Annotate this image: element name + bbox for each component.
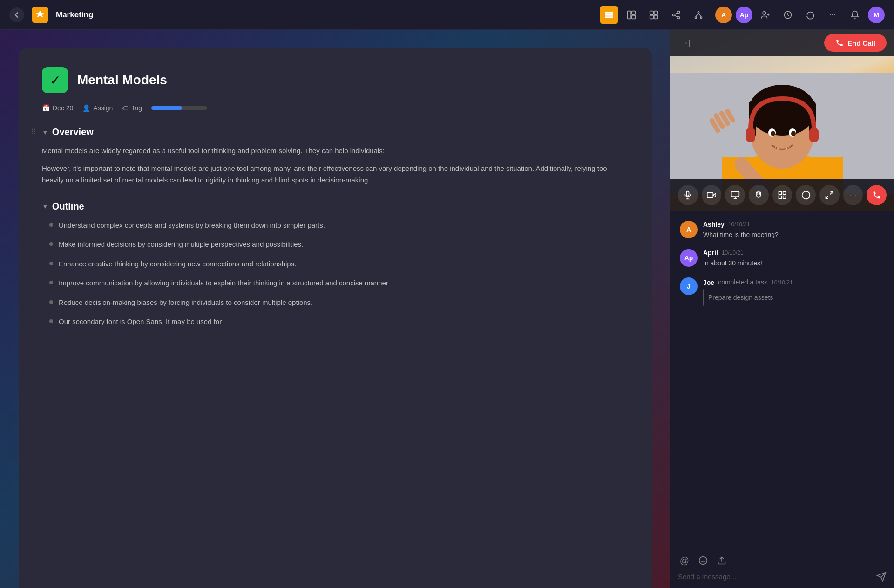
outline-item-4: Improve communication by allowing indivi… bbox=[49, 277, 629, 289]
svg-point-16 bbox=[695, 17, 697, 18]
mic-button[interactable] bbox=[678, 185, 698, 205]
hangup-button[interactable] bbox=[867, 185, 887, 205]
chat-msg-content-3: Joe completed a task 10/10/21 Prepare de… bbox=[703, 277, 885, 306]
svg-rect-46 bbox=[687, 191, 689, 196]
svg-rect-7 bbox=[654, 11, 658, 14]
outline-toggle[interactable]: ▼ bbox=[42, 203, 48, 210]
doc-panel: ✓ Mental Models 📅 Dec 20 👤 Assign 🏷 Tag bbox=[0, 30, 670, 588]
chat-msg-time-1: 10/10/21 bbox=[728, 221, 750, 228]
doc-card: ✓ Mental Models 📅 Dec 20 👤 Assign 🏷 Tag bbox=[19, 48, 652, 588]
svg-rect-6 bbox=[650, 11, 654, 14]
svg-rect-54 bbox=[783, 192, 786, 195]
svg-rect-50 bbox=[731, 192, 739, 197]
doc-date[interactable]: 📅 Dec 20 bbox=[42, 104, 73, 112]
chat-message-3: J Joe completed a task 10/10/21 Prepare … bbox=[680, 277, 885, 306]
chat-msg-time-2: 10/10/21 bbox=[722, 250, 744, 256]
svg-rect-56 bbox=[783, 196, 786, 199]
chat-msg-header-1: Ashley 10/10/21 bbox=[703, 221, 885, 228]
timer-button[interactable] bbox=[779, 6, 797, 24]
tool-share-btn[interactable] bbox=[667, 6, 685, 24]
outline-section: ▼ Outline Understand complex concepts an… bbox=[42, 201, 629, 328]
svg-rect-0 bbox=[605, 12, 613, 13]
svg-point-60 bbox=[699, 557, 707, 565]
app-logo bbox=[32, 7, 48, 23]
svg-point-11 bbox=[673, 14, 675, 16]
back-button[interactable] bbox=[9, 7, 24, 22]
add-user-button[interactable] bbox=[756, 6, 775, 24]
outline-title: Outline bbox=[52, 201, 84, 212]
chat-area: A Ashley 10/10/21 What time is the meeti… bbox=[670, 211, 894, 588]
svg-point-20 bbox=[763, 11, 766, 14]
collapse-panel-button[interactable]: →| bbox=[678, 35, 693, 50]
overview-p1: Mental models are widely regarded as a u… bbox=[42, 145, 629, 157]
svg-rect-49 bbox=[707, 192, 713, 198]
sync-button[interactable] bbox=[801, 6, 820, 24]
grid-view-button[interactable] bbox=[772, 185, 792, 205]
outline-section-header: ▼ Outline bbox=[42, 201, 629, 212]
svg-point-31 bbox=[749, 85, 816, 136]
chat-msg-time-3: 10/10/21 bbox=[771, 279, 793, 286]
doc-title: Mental Models bbox=[77, 73, 167, 88]
chat-messages: A Ashley 10/10/21 What time is the meeti… bbox=[670, 211, 894, 548]
camera-button[interactable] bbox=[702, 185, 722, 205]
outline-item-6: Our secondary font is Open Sans. It may … bbox=[49, 316, 629, 328]
doc-tag[interactable]: 🏷 Tag bbox=[122, 104, 142, 112]
video-top-bar: →| End Call bbox=[670, 30, 894, 56]
svg-point-17 bbox=[700, 17, 702, 18]
raise-hand-button[interactable] bbox=[749, 185, 769, 205]
doc-assign[interactable]: 👤 Assign bbox=[82, 104, 113, 112]
chat-msg-header-2: April 10/10/21 bbox=[703, 249, 885, 257]
video-call-area: →| End Call bbox=[670, 30, 894, 211]
bullet-dot-6 bbox=[49, 319, 53, 323]
task-reference: Prepare design assets bbox=[703, 289, 885, 306]
overview-title: Overview bbox=[52, 127, 94, 137]
chat-message-1: A Ashley 10/10/21 What time is the meeti… bbox=[680, 221, 885, 240]
svg-point-12 bbox=[677, 16, 680, 19]
emoji-button[interactable] bbox=[697, 554, 710, 567]
overview-p2: However, it's important to note that men… bbox=[42, 162, 629, 186]
chat-message-input[interactable] bbox=[678, 571, 873, 582]
bullet-dot-1 bbox=[49, 223, 53, 227]
chat-msg-text-1: What time is the meeting? bbox=[703, 230, 885, 240]
outline-item-5: Reduce decision-making biases by forcing… bbox=[49, 297, 629, 309]
bullet-dot-4 bbox=[49, 281, 53, 284]
user-icon: 👤 bbox=[82, 104, 90, 112]
user-avatar[interactable]: M bbox=[868, 7, 885, 23]
overview-section-header: ⠿ ▼ Overview bbox=[42, 127, 629, 137]
svg-rect-1 bbox=[605, 14, 613, 15]
svg-point-36 bbox=[771, 131, 775, 136]
doc-header: ✓ Mental Models bbox=[42, 67, 629, 93]
tool-network-btn[interactable] bbox=[689, 6, 708, 24]
effects-button[interactable] bbox=[796, 185, 816, 205]
mention-button[interactable]: @ bbox=[678, 554, 691, 567]
avatar-april: Ap bbox=[736, 7, 752, 23]
calendar-icon: 📅 bbox=[42, 104, 50, 112]
svg-rect-39 bbox=[809, 128, 819, 142]
chat-msg-header-3: Joe completed a task 10/10/21 bbox=[703, 277, 885, 287]
fullscreen-button[interactable] bbox=[820, 185, 840, 205]
chat-msg-content-2: April 10/10/21 In about 30 minutes! bbox=[703, 249, 885, 268]
tool-grid-btn[interactable] bbox=[644, 6, 663, 24]
overview-toggle[interactable]: ▼ bbox=[42, 128, 48, 136]
video-more-button[interactable]: ··· bbox=[843, 185, 863, 205]
svg-rect-53 bbox=[779, 192, 782, 195]
drag-handle-icon[interactable]: ⠿ bbox=[31, 128, 36, 136]
top-nav: Marketing A Ap ··· M bbox=[0, 0, 894, 30]
bell-button[interactable] bbox=[846, 6, 864, 24]
svg-rect-55 bbox=[779, 196, 782, 199]
svg-line-19 bbox=[698, 13, 701, 16]
more-button[interactable]: ··· bbox=[823, 6, 842, 24]
end-call-button[interactable]: End Call bbox=[824, 34, 887, 52]
tool-layout-btn[interactable] bbox=[622, 6, 641, 24]
screenshare-button[interactable] bbox=[725, 185, 745, 205]
progress-bar bbox=[151, 106, 207, 110]
send-message-button[interactable] bbox=[876, 572, 887, 582]
bullet-dot-5 bbox=[49, 300, 53, 304]
chat-input-area: @ bbox=[670, 548, 894, 588]
tag-icon: 🏷 bbox=[122, 104, 129, 112]
tool-stack-btn[interactable] bbox=[600, 6, 618, 24]
svg-rect-8 bbox=[650, 15, 654, 19]
svg-line-18 bbox=[696, 13, 698, 16]
chat-msg-name-2: April bbox=[703, 249, 718, 257]
attach-button[interactable] bbox=[715, 554, 728, 567]
